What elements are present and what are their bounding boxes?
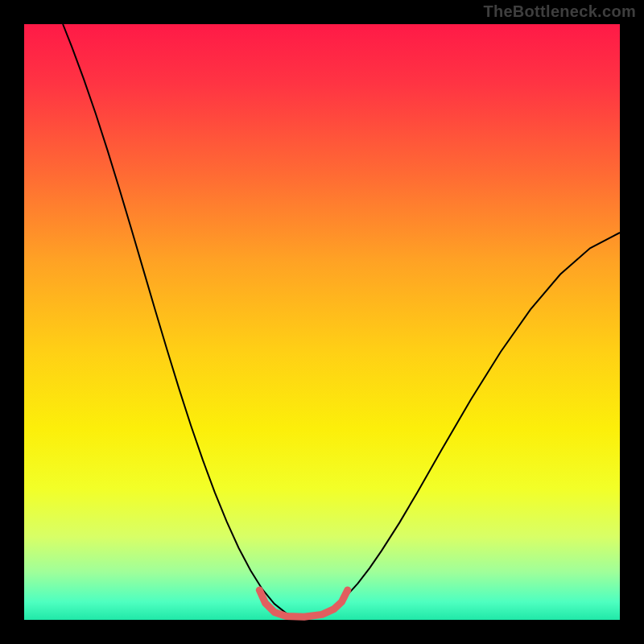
chart-background	[24, 24, 620, 620]
watermark-text: TheBottleneck.com	[483, 2, 636, 21]
bottleneck-chart	[0, 0, 644, 644]
chart-frame: TheBottleneck.com	[0, 0, 644, 644]
